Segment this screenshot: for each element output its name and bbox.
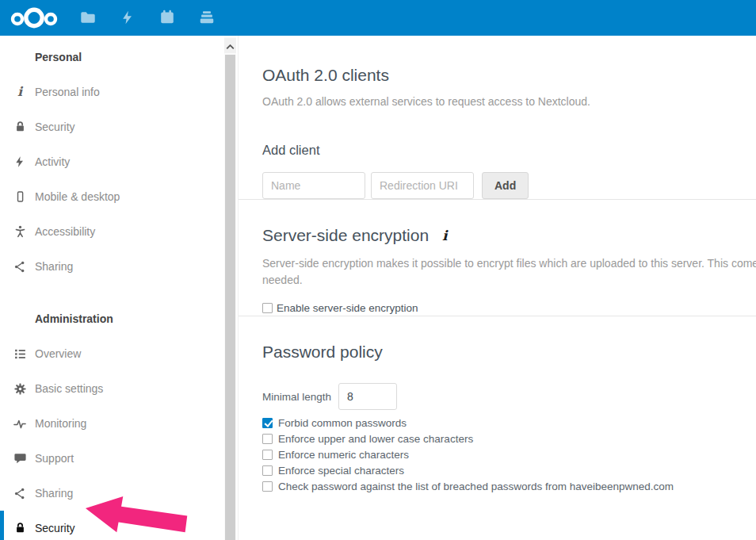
calendar-app-button[interactable]	[158, 8, 177, 27]
minimal-length-row: Minimal length	[262, 383, 756, 410]
enable-encryption-checkbox[interactable]	[262, 303, 273, 313]
lock-icon	[13, 120, 27, 134]
sidebar-scrollbar[interactable]	[224, 36, 236, 540]
info-icon[interactable]: i	[442, 228, 447, 243]
minimal-length-label: Minimal length	[262, 391, 331, 403]
activity-app-button[interactable]	[118, 8, 137, 27]
encryption-section: Server-side encryption i Server-side enc…	[239, 226, 756, 316]
sidebar-item-activity[interactable]: Activity	[0, 144, 238, 179]
enable-encryption-row: Enable server-side encryption	[262, 300, 756, 316]
check-hibp-checkbox[interactable]	[262, 481, 273, 492]
bolt-icon	[120, 9, 136, 26]
calendar-icon	[158, 9, 176, 26]
lock-icon	[13, 521, 27, 535]
policy-option-row: Check password against the list of breac…	[262, 478, 756, 494]
accessibility-icon	[13, 224, 27, 239]
gear-icon	[13, 381, 27, 396]
policy-option-row: Enforce upper and lower case characters	[262, 431, 756, 446]
add-client-heading: Add client	[262, 143, 756, 158]
encryption-description-line1: Server-side encryption makes it possible…	[262, 257, 756, 270]
sidebar-item-basic-settings[interactable]: Basic settings	[0, 371, 238, 406]
settings-sidebar: Personal i Personal info Security Activi…	[0, 36, 238, 540]
sidebar-item-overview[interactable]: Overview	[0, 336, 238, 371]
phone-icon	[13, 190, 27, 204]
info-icon: i	[13, 85, 27, 99]
oauth-description: OAuth 2.0 allows external services to re…	[262, 95, 756, 108]
chat-icon	[13, 451, 27, 465]
sidebar-item-personal-info[interactable]: i Personal info	[0, 75, 238, 109]
minimal-length-input[interactable]	[338, 383, 397, 410]
forbid-common-passwords-checkbox[interactable]	[262, 418, 273, 428]
section-divider	[239, 199, 756, 200]
section-divider	[239, 316, 756, 316]
bolt-icon	[13, 155, 27, 169]
enforce-numeric-checkbox[interactable]	[262, 450, 273, 460]
settings-content: OAuth 2.0 clients OAuth 2.0 allows exter…	[238, 36, 756, 540]
policy-option-row: Enforce numeric characters	[262, 446, 756, 462]
folder-icon	[79, 9, 97, 26]
password-policy-options: Forbid common passwords Enforce upper an…	[262, 415, 756, 494]
files-app-button[interactable]	[78, 8, 97, 27]
enforce-special-checkbox[interactable]	[262, 465, 273, 476]
sidebar-item-monitoring[interactable]: Monitoring	[0, 406, 238, 441]
sidebar-item-sharing-admin[interactable]: Sharing	[0, 476, 238, 511]
encryption-description-line2: needed.	[262, 274, 756, 286]
oauth-section-title: OAuth 2.0 clients	[262, 66, 756, 85]
chevron-up-icon	[226, 39, 235, 53]
deck-icon	[198, 9, 216, 26]
list-icon	[13, 347, 27, 361]
share-icon	[13, 486, 27, 500]
client-name-input[interactable]	[262, 172, 365, 199]
encryption-section-title: Server-side encryption	[262, 226, 429, 245]
sidebar-item-sharing-personal[interactable]: Sharing	[0, 249, 238, 284]
policy-option-row: Enforce special characters	[262, 462, 756, 478]
redirection-uri-input[interactable]	[371, 172, 474, 199]
share-icon	[13, 259, 27, 274]
scrollbar-thumb[interactable]	[225, 55, 235, 540]
scroll-up-button[interactable]	[224, 38, 236, 53]
deck-app-button[interactable]	[197, 8, 216, 27]
enforce-upper-lower-checkbox[interactable]	[262, 434, 273, 444]
oauth-section: OAuth 2.0 clients OAuth 2.0 allows exter…	[239, 66, 756, 199]
policy-option-row: Forbid common passwords	[262, 415, 756, 431]
add-client-form: Add	[262, 172, 756, 199]
header-app-menu	[78, 8, 216, 27]
sidebar-item-security-personal[interactable]: Security	[0, 109, 238, 144]
sidebar-item-accessibility[interactable]: Accessibility	[0, 214, 238, 249]
password-policy-section: Password policy Minimal length Forbid co…	[239, 343, 756, 494]
sidebar-item-security-admin[interactable]: Security	[0, 511, 238, 540]
monitoring-icon	[13, 416, 27, 431]
enable-encryption-label: Enable server-side encryption	[277, 302, 418, 314]
add-client-button[interactable]: Add	[482, 172, 529, 199]
sidebar-item-mobile-desktop[interactable]: Mobile & desktop	[0, 179, 238, 214]
sidebar-caption-administration: Administration	[0, 301, 238, 336]
password-policy-title: Password policy	[262, 343, 756, 362]
top-header-bar	[0, 0, 756, 36]
nextcloud-logo[interactable]	[10, 6, 60, 30]
sidebar-caption-personal: Personal	[0, 40, 238, 75]
sidebar-item-support[interactable]: Support	[0, 441, 238, 476]
